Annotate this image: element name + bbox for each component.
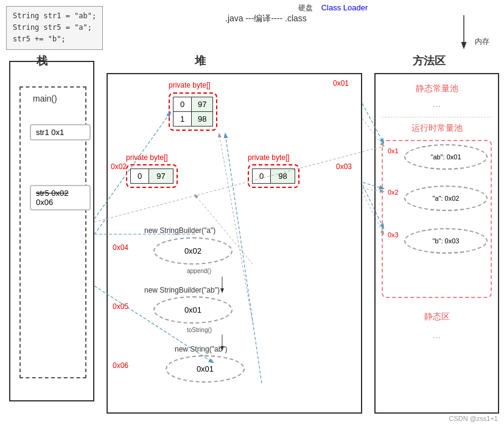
stack-inner: main() str1 0x1 str5 0x020x06	[19, 86, 86, 378]
ns-addr-left: 0x06	[113, 361, 128, 370]
const-addr-2: 0x2	[388, 189, 399, 196]
heap-top-table: 097 198	[173, 97, 213, 127]
static-pool-title: 静态常量池	[376, 83, 498, 94]
heap-right-addr: 0x03	[336, 162, 352, 171]
disk-label: 硬盘 Class Loader	[298, 3, 368, 13]
csdn-footer: CSDN @zss1+1	[449, 415, 498, 422]
svg-line-2	[94, 218, 107, 234]
sb2-addr-left: 0x05	[113, 302, 128, 311]
heap-left-box: 097	[126, 164, 178, 188]
sb2-oval: 0x01	[144, 296, 242, 327]
main-label: main()	[33, 94, 57, 103]
heap-left-addr: 0x02	[111, 162, 127, 171]
tostring-label: toString()	[187, 327, 212, 333]
classloader-label: Class Loader	[321, 3, 368, 12]
ns-title: new String("ab")	[175, 345, 228, 353]
sb1-title: new StringBuilder("a")	[144, 226, 215, 235]
heap-top-array-label: private byte[]	[169, 80, 211, 89]
heap-top-addr: 0x01	[333, 79, 349, 88]
const-addr-1: 0x1	[388, 147, 399, 154]
static-area-title: 静态区	[376, 311, 498, 322]
runtime-pool-title: 运行时常量池	[376, 123, 498, 134]
append-label: append()	[187, 268, 211, 274]
const-item-1: "ab": 0x01	[404, 144, 488, 170]
heap-right-label: private byte[]	[248, 153, 290, 162]
sb1-addr-left: 0x04	[113, 243, 128, 252]
const-item-2: "a": 0x02	[404, 186, 488, 211]
method-section: 静态常量池 ... 运行时常量池 0x1 "ab": 0x01 0x2 "a":…	[374, 73, 499, 414]
heap-right-box: 098	[248, 164, 299, 188]
stack-var2: str5 0x020x06	[30, 185, 91, 210]
code-line3: str5 += "b";	[13, 33, 96, 45]
static-area-dots: ...	[376, 330, 498, 341]
stack-section: main() str1 0x1 str5 0x020x06	[9, 61, 94, 401]
heap-section: private byte[] 0x01 097 198 0x02 private…	[107, 73, 362, 414]
sb1-oval: 0x02	[144, 237, 242, 268]
memory-label: 内存	[475, 36, 489, 47]
code-line2: String str5 = "a";	[13, 22, 96, 33]
heap-left-label: private byte[]	[126, 153, 168, 162]
heap-title: 堆	[195, 54, 206, 68]
code-box: String str1 = "ab"; String str5 = "a"; s…	[6, 6, 103, 50]
const-item-3: "b": 0x03	[404, 228, 488, 254]
sb2-title: new StringBuilder("ab")	[144, 286, 220, 294]
const-addr-3: 0x3	[388, 231, 399, 238]
stack-var1: str1 0x1	[30, 124, 91, 141]
static-dots: ...	[376, 99, 498, 109]
code-line1: String str1 = "ab";	[13, 10, 96, 22]
runtime-pool-box: 0x1 "ab": 0x01 0x2 "a": 0x02 0x3 "b": 0x…	[382, 140, 492, 298]
ns-oval: 0x01	[156, 355, 254, 386]
heap-top-box: 097 198	[169, 92, 217, 131]
method-area-title: 方法区	[413, 54, 446, 68]
compile-flow: .java ---编译---- .class	[225, 13, 307, 24]
